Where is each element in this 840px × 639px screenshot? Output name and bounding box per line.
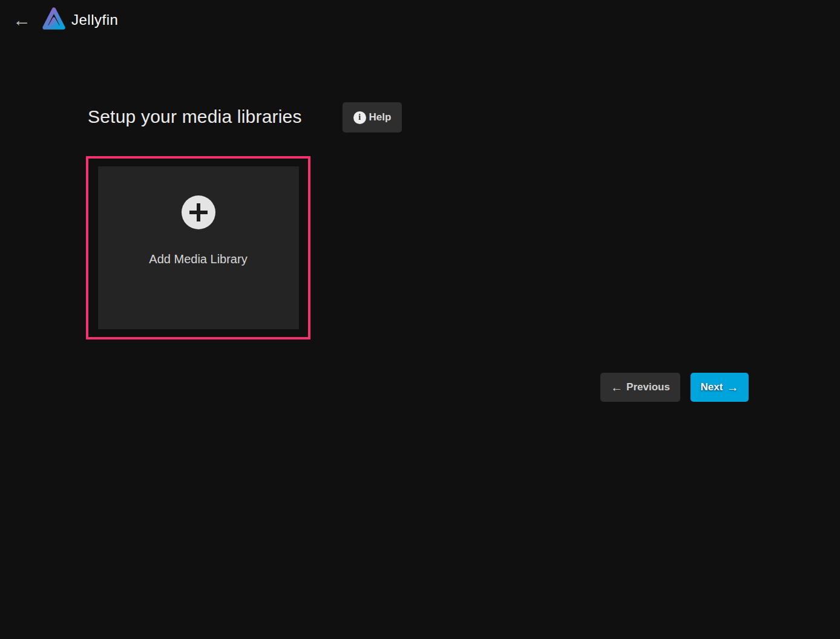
arrow-left-icon: ←: [13, 11, 31, 29]
info-icon: i: [353, 111, 366, 124]
app-title: Jellyfin: [71, 11, 118, 28]
add-media-library-card[interactable]: Add Media Library: [98, 166, 299, 329]
app-header: ← Jellyfin: [0, 0, 840, 40]
help-label: Help: [369, 111, 392, 123]
plus-icon: [182, 195, 215, 229]
brand: Jellyfin: [41, 6, 118, 34]
add-media-library-label: Add Media Library: [149, 252, 247, 266]
page-title: Setup your media libraries: [88, 106, 302, 127]
previous-button[interactable]: ← Previous: [600, 373, 680, 402]
next-label: Next: [701, 381, 723, 393]
help-button[interactable]: i Help: [343, 102, 402, 133]
highlight-outline: Add Media Library: [86, 156, 310, 339]
arrow-left-icon: ←: [611, 381, 623, 395]
back-button[interactable]: ←: [8, 7, 35, 33]
arrow-right-icon: →: [726, 381, 738, 395]
next-button[interactable]: Next →: [691, 373, 749, 402]
jellyfin-setup-screen: ← Jellyfin Setup your media libraries: [0, 0, 840, 639]
previous-label: Previous: [626, 381, 670, 393]
jellyfin-logo-icon: [41, 6, 67, 34]
